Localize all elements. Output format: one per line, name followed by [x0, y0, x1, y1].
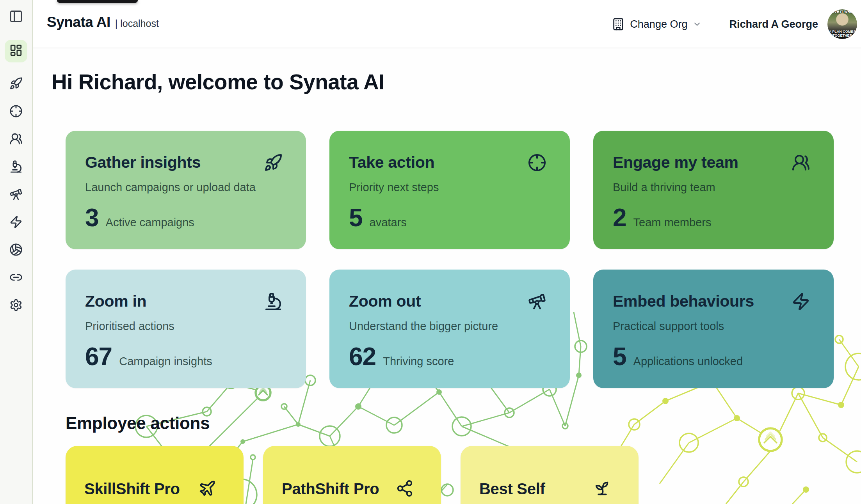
share-network-icon	[396, 479, 414, 497]
card-skillshift-pro[interactable]: SkillShift Pro	[66, 446, 244, 504]
microscope-icon	[264, 292, 283, 311]
card-stat: 5 Applications unlocked	[613, 342, 812, 371]
top-header: Synata AI | localhost Change Org Richard…	[33, 0, 861, 48]
employee-action-cards: SkillShift Pro PathShift Pro Best Self	[66, 446, 639, 504]
card-value-label: Campaign insights	[119, 355, 212, 368]
building-icon	[612, 18, 625, 31]
users-icon	[9, 140, 23, 147]
card-value: 67	[85, 342, 112, 371]
card-value-label: avatars	[370, 216, 407, 229]
gear-icon	[9, 306, 23, 313]
card-subtitle: Practical support tools	[613, 320, 812, 333]
browser-overlay-remnant	[57, 0, 138, 3]
card-value: 2	[613, 203, 626, 232]
card-title: Best Self	[479, 480, 545, 498]
volleyball-icon	[9, 251, 23, 257]
panel-left-icon	[9, 18, 23, 25]
card-value-label: Applications unlocked	[633, 355, 743, 368]
app-host: | localhost	[115, 18, 159, 29]
app-title: Synata AI	[47, 14, 110, 30]
card-title: Gather insights	[85, 153, 284, 172]
zap-icon	[9, 223, 23, 230]
card-value: 62	[349, 342, 376, 371]
sidebar-item-zoom-in[interactable]	[9, 160, 23, 173]
sidebar-item-dashboard[interactable]	[5, 40, 27, 62]
card-stat: 67 Campaign insights	[85, 342, 284, 371]
dashboard-page: Synata AI | localhost Change Org Richard…	[0, 0, 861, 504]
summary-cards: Gather insights Launch campaigns or uplo…	[66, 131, 834, 388]
card-pathshift-pro[interactable]: PathShift Pro	[263, 446, 441, 504]
page-title: Hi Richard, welcome to Synata AI	[52, 69, 384, 94]
microscope-icon	[9, 168, 23, 174]
card-stat: 5 avatars	[349, 203, 548, 232]
card-embed-behaviours[interactable]: Embed behaviours Practical support tools…	[593, 270, 834, 388]
card-value-label: Active campaigns	[106, 216, 194, 229]
card-gather-insights[interactable]: Gather insights Launch campaigns or uplo…	[66, 131, 306, 249]
card-subtitle: Priority next steps	[349, 181, 548, 194]
crosshair-icon	[528, 153, 546, 172]
user-avatar[interactable]: LOVE IT WHEN A PLAN COMES TOGETHER	[827, 9, 857, 39]
sidebar-item-settings[interactable]	[9, 298, 23, 312]
sidebar-item-volleyball[interactable]	[9, 243, 23, 256]
sidebar-item-zoom-out[interactable]	[9, 188, 23, 201]
change-org-button[interactable]: Change Org	[612, 18, 702, 31]
avatar-caption: LOVE IT WHEN	[827, 10, 857, 14]
card-value-label: Thriving score	[383, 355, 454, 368]
zap-icon	[792, 292, 810, 311]
sprout-icon	[593, 479, 611, 497]
users-icon	[792, 153, 810, 172]
card-subtitle: Launch campaigns or upload data	[85, 181, 284, 194]
avatar-caption: TOGETHER	[827, 34, 857, 37]
telescope-icon	[528, 292, 546, 311]
card-stat: 2 Team members	[613, 203, 812, 232]
card-zoom-out[interactable]: Zoom out Understand the bigger picture 6…	[329, 270, 570, 388]
card-zoom-in[interactable]: Zoom in Prioritised actions 67 Campaign …	[66, 270, 306, 388]
card-take-action[interactable]: Take action Priority next steps 5 avatar…	[329, 131, 570, 249]
card-subtitle: Understand the bigger picture	[349, 320, 548, 333]
crosshair-icon	[9, 112, 23, 119]
card-stat: 3 Active campaigns	[85, 203, 284, 232]
card-stat: 62 Thriving score	[349, 342, 548, 371]
card-title: Zoom out	[349, 292, 548, 311]
telescope-icon	[9, 195, 23, 202]
rocket-icon	[264, 153, 283, 172]
sidebar-item-take-action[interactable]	[9, 105, 23, 118]
sidebar-item-gather-insights[interactable]	[9, 77, 23, 90]
sidebar	[0, 0, 33, 504]
card-best-self[interactable]: Best Self	[461, 446, 639, 504]
card-value: 3	[85, 203, 99, 232]
card-value-label: Team members	[633, 216, 712, 229]
card-subtitle: Build a thriving team	[613, 181, 812, 194]
sidebar-item-embed-behaviours[interactable]	[9, 215, 23, 229]
main-content: Hi Richard, welcome to Synata AI Gather …	[33, 48, 861, 504]
sidebar-item-links[interactable]	[9, 271, 23, 284]
card-engage-my-team[interactable]: Engage my team Build a thriving team 2 T…	[593, 131, 834, 249]
card-title: Embed behaviours	[613, 292, 812, 311]
sidebar-item-engage-team[interactable]	[9, 132, 23, 146]
header-right: Change Org Richard A George LOVE IT WHEN…	[612, 0, 857, 48]
card-title: Take action	[349, 153, 548, 172]
card-title: Zoom in	[85, 292, 284, 311]
plane-icon	[198, 479, 216, 497]
chevron-down-icon	[692, 20, 702, 29]
card-value: 5	[613, 342, 626, 371]
sidebar-toggle-button[interactable]	[9, 9, 23, 23]
card-value: 5	[349, 203, 363, 232]
user-name[interactable]: Richard A George	[729, 18, 818, 30]
employee-actions-heading: Employee actions	[66, 413, 210, 433]
layout-dashboard-icon	[9, 44, 23, 59]
link-icon	[9, 279, 23, 285]
card-title: Engage my team	[613, 153, 812, 172]
app-brand: Synata AI | localhost	[47, 14, 159, 30]
change-org-label: Change Org	[630, 18, 687, 30]
card-title: SkillShift Pro	[84, 480, 180, 498]
card-subtitle: Prioritised actions	[85, 320, 284, 333]
card-title: PathShift Pro	[282, 480, 379, 498]
rocket-icon	[9, 85, 23, 91]
avatar-caption: A PLAN COMES	[827, 30, 857, 34]
